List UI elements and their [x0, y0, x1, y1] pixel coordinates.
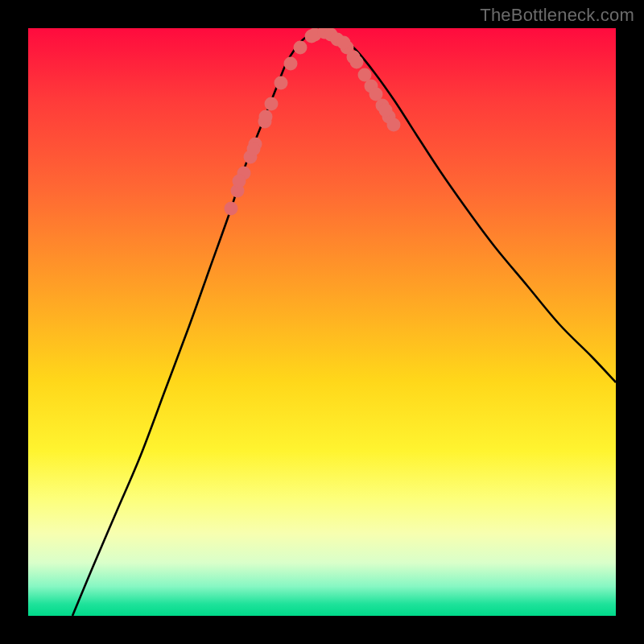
sample-dot [337, 36, 351, 50]
sample-dot [225, 202, 238, 216]
sample-dot [294, 41, 308, 55]
sample-dot [284, 57, 298, 71]
sample-dot [233, 175, 246, 188]
sample-dot [247, 142, 261, 156]
sample-dot [265, 97, 279, 111]
plot-area [28, 28, 616, 616]
chart-frame: TheBottleneck.com [0, 0, 644, 644]
bottleneck-curve [72, 31, 616, 616]
sample-dot [350, 56, 364, 69]
sample-dot [379, 104, 393, 118]
curve-layer [28, 28, 616, 616]
sample-dot [387, 118, 401, 132]
sample-dot [275, 76, 288, 90]
sample-dot [259, 110, 273, 124]
watermark-text: TheBottleneck.com [480, 5, 634, 26]
